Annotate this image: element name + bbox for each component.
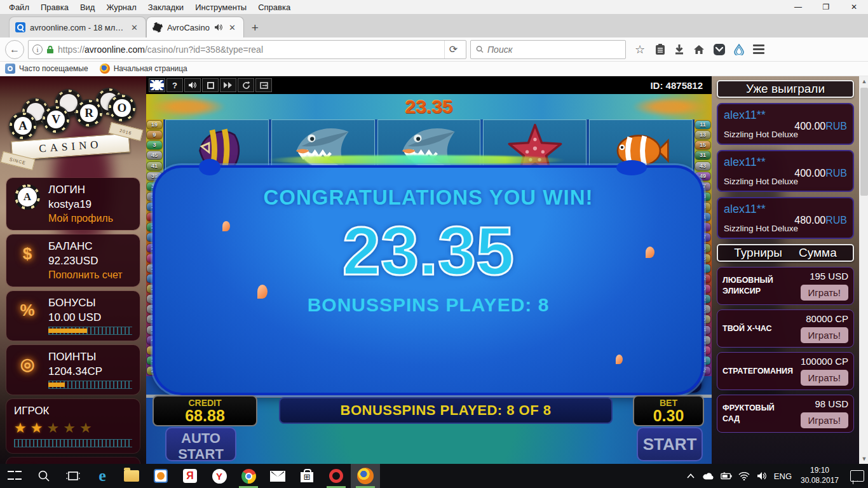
edge-icon[interactable]: e xyxy=(88,464,117,488)
tab-close-icon[interactable]: ✕ xyxy=(130,23,139,32)
toolbar-icons: ☆ xyxy=(630,43,768,56)
chrome-icon[interactable] xyxy=(234,464,263,488)
play-button[interactable]: Играть! xyxy=(801,285,848,301)
new-tab-button[interactable]: + xyxy=(244,21,266,37)
bookmark-label: Часто посещаемые xyxy=(19,64,88,73)
tab-search-results[interactable]: avroonline.com - 18 млн ре ✕ xyxy=(9,17,146,37)
tab-audio-icon[interactable] xyxy=(214,24,223,31)
tab-tournaments[interactable]: Турниры xyxy=(734,246,782,260)
taskbar-search-icon[interactable] xyxy=(29,464,58,488)
help-icon[interactable]: ? xyxy=(166,78,183,92)
store-icon[interactable] xyxy=(292,464,322,488)
right-sidebar: Уже выиграли alex11** Sizzling Hot Delux… xyxy=(712,76,859,464)
task-view-icon[interactable] xyxy=(58,464,88,488)
cashier-panel[interactable]: ◎ КАССА xyxy=(6,458,140,464)
bet-value: 0.30 xyxy=(641,408,696,424)
action-center-icon[interactable] xyxy=(850,470,864,482)
reload-icon[interactable]: ⟳ xyxy=(444,41,462,58)
https-lock-icon[interactable] xyxy=(46,45,54,54)
media-player-icon[interactable] xyxy=(146,464,175,488)
firefox-taskbar-icon[interactable] xyxy=(351,464,380,488)
win-amount: 23.35 xyxy=(342,215,514,287)
play-button[interactable]: Играть! xyxy=(801,370,848,386)
addon-drop-icon[interactable] xyxy=(734,44,744,55)
payline-badge-9: 9 xyxy=(147,131,162,139)
menu-view[interactable]: Вид xyxy=(75,1,100,13)
file-explorer-icon[interactable] xyxy=(117,464,146,488)
search-input[interactable] xyxy=(487,44,620,55)
maximize-button[interactable]: ❐ xyxy=(812,0,840,14)
fast-forward-icon[interactable] xyxy=(220,78,236,92)
address-bar[interactable]: i https://avroonline.com/casino/run?id=3… xyxy=(28,40,466,59)
tab-close-icon[interactable]: ✕ xyxy=(227,23,237,32)
tray-chevron-icon[interactable] xyxy=(685,471,696,481)
start-button[interactable] xyxy=(0,464,29,488)
player-title: ИГРОК xyxy=(14,405,132,417)
menu-hamburger-icon[interactable] xyxy=(753,44,764,54)
downloads-icon[interactable] xyxy=(674,44,684,55)
stop-icon[interactable] xyxy=(202,78,219,92)
menu-edit[interactable]: Правка xyxy=(36,1,74,13)
bookmark-star-icon[interactable]: ☆ xyxy=(634,43,646,56)
clock[interactable]: 19:10 30.08.2017 xyxy=(798,466,841,485)
bookmark-frequent[interactable]: Часто посещаемые xyxy=(5,64,88,74)
language-flag-icon[interactable] xyxy=(149,78,165,92)
menu-help[interactable]: Справка xyxy=(253,1,295,13)
bookmarks-bar: Часто посещаемые Начальная страница xyxy=(0,62,868,76)
opera-icon[interactable] xyxy=(322,464,351,488)
pocket-icon[interactable] xyxy=(714,44,725,55)
sound-icon[interactable] xyxy=(184,78,201,92)
tab-title: avroonline.com - 18 млн ре xyxy=(30,23,125,32)
payline-badge-3: 3 xyxy=(147,141,162,149)
slot-game-frame: ? ID: 4875812 23.35 19934541393735271238… xyxy=(146,76,712,464)
onedrive-cloud-icon[interactable] xyxy=(703,471,714,481)
session-id: ID: 4875812 xyxy=(650,80,709,91)
menu-file[interactable]: Файл xyxy=(4,1,34,13)
navigation-bar: ← i https://avroonline.com/casino/run?id… xyxy=(0,37,868,62)
scroll-down-icon[interactable]: ▼ xyxy=(859,454,868,464)
winner-card: alex11** Sizzling Hot Deluxe 400.00RUB xyxy=(717,150,854,192)
player-progress-bar xyxy=(14,439,132,447)
payline-badge-45: 45 xyxy=(147,151,162,159)
scrollbar-thumb[interactable] xyxy=(860,88,868,196)
url-text[interactable]: https://avroonline.com/casino/run?id=358… xyxy=(58,44,440,55)
page-info-icon[interactable]: i xyxy=(32,44,43,55)
winner-game: Sizzling Hot Deluxe xyxy=(724,177,798,186)
play-button[interactable]: Играть! xyxy=(801,412,848,428)
bonusspins-message-bar: BONUSSPINS PLAYED: 8 OF 8 xyxy=(279,397,613,424)
reload-game-icon[interactable] xyxy=(238,78,254,92)
reading-list-icon[interactable] xyxy=(655,44,665,55)
yandex-browser-icon[interactable]: Y xyxy=(205,464,234,488)
tab-sum[interactable]: Сумма xyxy=(799,246,837,260)
scroll-up-icon[interactable]: ▲ xyxy=(859,76,868,86)
auto-start-button[interactable]: AUTO START xyxy=(165,427,236,461)
language-indicator[interactable]: ENG xyxy=(774,471,792,481)
congratulations-text: CONGRATULATIONS YOU WIN! xyxy=(264,186,593,210)
volume-icon[interactable] xyxy=(756,471,768,481)
logo-letter-chip: R xyxy=(75,99,103,127)
home-icon[interactable] xyxy=(693,44,705,55)
menu-bookmarks[interactable]: Закладки xyxy=(143,1,189,13)
search-box[interactable] xyxy=(470,40,626,59)
page-scrollbar[interactable]: ▲ ▼ xyxy=(859,76,868,464)
payline-badge-43: 43 xyxy=(695,162,710,170)
minimize-button[interactable]: — xyxy=(784,0,812,14)
bookmark-home-page[interactable]: Начальная страница xyxy=(100,64,187,74)
wifi-icon[interactable] xyxy=(738,471,750,481)
yandex-icon[interactable]: Я xyxy=(175,464,205,488)
top-up-link[interactable]: Пополнить счет xyxy=(48,269,123,281)
tab-avrocasino[interactable]: AvroCasino ✕ xyxy=(146,17,244,37)
close-button[interactable]: ✕ xyxy=(840,0,868,14)
winner-name: alex11** xyxy=(724,203,847,216)
menu-history[interactable]: Журнал xyxy=(101,1,141,13)
login-title: ЛОГИН xyxy=(48,184,113,196)
my-profile-link[interactable]: Мой профиль xyxy=(48,213,113,224)
fullscreen-icon[interactable] xyxy=(255,78,272,92)
battery-icon[interactable] xyxy=(721,471,732,481)
start-button[interactable]: START xyxy=(637,427,703,461)
back-button[interactable]: ← xyxy=(5,40,24,59)
menu-tools[interactable]: Инструменты xyxy=(190,1,252,13)
play-button[interactable]: Играть! xyxy=(801,327,848,343)
mail-icon[interactable] xyxy=(263,464,292,488)
winner-name: alex11** xyxy=(724,156,847,169)
